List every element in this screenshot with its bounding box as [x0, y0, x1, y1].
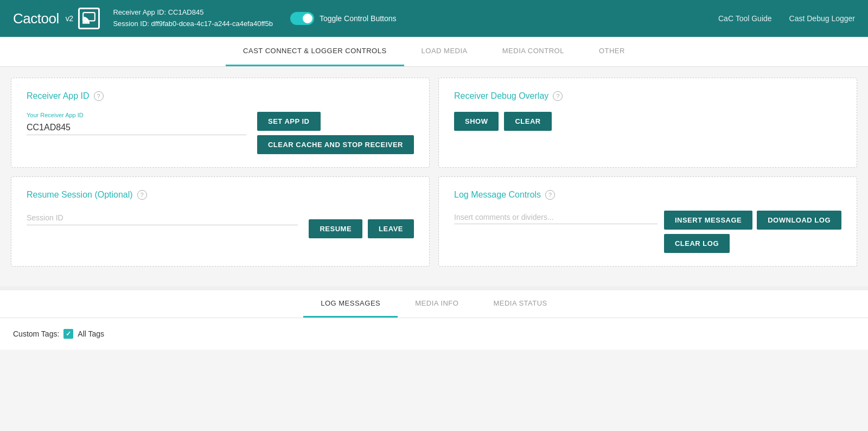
- insert-message-button[interactable]: INSERT MESSAGE: [664, 211, 752, 230]
- resume-session-input-area: [27, 211, 298, 238]
- app-header: Cactool v2 Receiver App ID: CC1AD845 Ses…: [0, 0, 868, 37]
- log-message-help-icon[interactable]: ?: [545, 190, 555, 200]
- logo-text: Cactool: [13, 10, 59, 27]
- cast-icon: [78, 8, 100, 29]
- session-id-input[interactable]: [27, 211, 298, 225]
- tab-cast-connect[interactable]: CAST CONNECT & LOGGER CONTROLS: [226, 37, 404, 66]
- section-divider: [0, 286, 868, 290]
- log-controls: INSERT MESSAGE DOWNLOAD LOG CLEAR LOG: [454, 211, 841, 253]
- receiver-app-id-header: Receiver App ID: CC1AD845: [113, 7, 272, 18]
- custom-tags-row: Custom Tags: All Tags: [0, 318, 868, 350]
- resume-button[interactable]: RESUME: [309, 219, 362, 238]
- tab-media-control[interactable]: MEDIA CONTROL: [485, 37, 582, 66]
- clear-log-button[interactable]: CLEAR LOG: [664, 234, 730, 253]
- resume-session-help-icon[interactable]: ?: [137, 190, 147, 200]
- main-content: Receiver App ID ? Your Receiver App ID S…: [0, 67, 868, 286]
- receiver-app-id-content: Your Receiver App ID SET APP ID CLEAR CA…: [27, 112, 414, 154]
- resume-session-content: RESUME LEAVE: [27, 211, 414, 238]
- receiver-app-id-actions: SET APP ID CLEAR CACHE AND STOP RECEIVER: [257, 112, 414, 154]
- toggle-label: Toggle Control Buttons: [320, 14, 397, 23]
- tab-other[interactable]: OTHER: [582, 37, 642, 66]
- debug-clear-button[interactable]: CLEAR: [504, 112, 551, 131]
- receiver-debug-card: Receiver Debug Overlay ? SHOW CLEAR: [438, 78, 857, 168]
- tab-media-status[interactable]: MEDIA STATUS: [476, 290, 564, 318]
- tab-load-media[interactable]: LOAD MEDIA: [404, 37, 485, 66]
- log-message-title: Log Message Controls ?: [454, 190, 841, 200]
- header-session-info: Receiver App ID: CC1AD845 Session ID: df…: [113, 7, 272, 30]
- all-tags-label: All Tags: [78, 329, 104, 338]
- receiver-app-id-card: Receiver App ID ? Your Receiver App ID S…: [11, 78, 430, 168]
- cards-grid: Receiver App ID ? Your Receiver App ID S…: [11, 78, 857, 267]
- app-logo: Cactool v2: [13, 8, 100, 29]
- nav-logger-link[interactable]: Cast Debug Logger: [789, 14, 855, 23]
- nav-guide-link[interactable]: CaC Tool Guide: [718, 14, 772, 23]
- bottom-tabs: LOG MESSAGES MEDIA INFO MEDIA STATUS: [303, 290, 565, 318]
- resume-session-actions: RESUME LEAVE: [309, 211, 414, 238]
- log-bottom-buttons: CLEAR LOG: [664, 234, 841, 253]
- receiver-app-id-input[interactable]: [27, 121, 246, 135]
- receiver-app-id-input-label: Your Receiver App ID: [27, 112, 246, 118]
- set-app-id-button[interactable]: SET APP ID: [257, 112, 321, 131]
- top-tabs-container: CAST CONNECT & LOGGER CONTROLS LOAD MEDI…: [0, 37, 868, 67]
- logo-version: v2: [66, 14, 73, 23]
- session-id-header: Session ID: dff9fab0-dcea-4c17-a244-ca4e…: [113, 18, 272, 30]
- all-tags-checkbox[interactable]: [63, 329, 73, 339]
- log-button-group: INSERT MESSAGE DOWNLOAD LOG CLEAR LOG: [664, 211, 841, 253]
- header-nav: CaC Tool Guide Cast Debug Logger: [718, 14, 855, 23]
- bottom-tabs-container: LOG MESSAGES MEDIA INFO MEDIA STATUS: [0, 290, 868, 318]
- log-top-buttons: INSERT MESSAGE DOWNLOAD LOG: [664, 211, 841, 230]
- top-tabs: CAST CONNECT & LOGGER CONTROLS LOAD MEDI…: [226, 37, 642, 66]
- resume-action-buttons: RESUME LEAVE: [309, 219, 414, 238]
- receiver-app-id-input-area: Your Receiver App ID: [27, 112, 246, 154]
- receiver-app-id-help-icon[interactable]: ?: [94, 91, 104, 101]
- tab-media-info[interactable]: MEDIA INFO: [398, 290, 476, 318]
- resume-session-card: Resume Session (Optional) ? RESUME LEAVE: [11, 176, 430, 267]
- receiver-app-id-title: Receiver App ID ?: [27, 91, 414, 101]
- download-log-button[interactable]: DOWNLOAD LOG: [757, 211, 841, 230]
- tab-log-messages[interactable]: LOG MESSAGES: [303, 290, 398, 318]
- debug-show-button[interactable]: SHOW: [454, 112, 499, 131]
- leave-button[interactable]: LEAVE: [368, 219, 414, 238]
- resume-session-title: Resume Session (Optional) ?: [27, 190, 414, 200]
- custom-tags-label: Custom Tags:: [13, 329, 59, 338]
- toggle-control-buttons[interactable]: Toggle Control Buttons: [290, 12, 397, 25]
- log-message-card: Log Message Controls ? INSERT MESSAGE DO…: [438, 176, 857, 267]
- toggle-switch[interactable]: [290, 12, 314, 25]
- log-message-input[interactable]: [454, 211, 658, 224]
- clear-cache-button[interactable]: CLEAR CACHE AND STOP RECEIVER: [257, 135, 414, 154]
- receiver-debug-actions: SHOW CLEAR: [454, 112, 841, 131]
- receiver-debug-title: Receiver Debug Overlay ?: [454, 91, 841, 101]
- receiver-debug-help-icon[interactable]: ?: [553, 91, 563, 101]
